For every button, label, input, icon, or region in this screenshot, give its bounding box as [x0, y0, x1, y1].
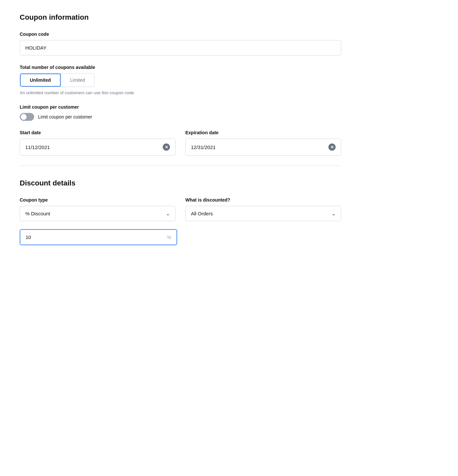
what-discounted-field: What is discounted? All Orders Specific … — [185, 197, 341, 221]
total-coupons-label: Total number of coupons available — [20, 65, 341, 70]
start-date-field: Start date ✕ — [20, 130, 176, 156]
limit-per-customer-field: Limit coupon per customer Limit coupon p… — [20, 104, 341, 121]
start-date-label: Start date — [20, 130, 176, 135]
date-row: Start date ✕ Expiration date ✕ — [20, 130, 341, 156]
what-discounted-label: What is discounted? — [185, 197, 341, 203]
limited-button[interactable]: Limited — [61, 74, 94, 87]
coupon-code-field: Coupon code — [20, 32, 341, 55]
start-date-clear-button[interactable]: ✕ — [163, 143, 170, 151]
start-date-input[interactable] — [25, 144, 163, 150]
limit-per-customer-label: Limit coupon per customer — [20, 104, 341, 110]
coupon-code-input[interactable] — [20, 40, 341, 55]
expiration-date-wrapper: ✕ — [185, 139, 341, 156]
coupon-type-select-wrapper: % Discount $ Discount Free Shipping ⌄ — [20, 206, 176, 221]
discount-value-field: % — [20, 229, 177, 245]
section-divider — [20, 165, 341, 166]
what-discounted-select[interactable]: All Orders Specific Products Specific Ca… — [186, 206, 341, 221]
start-date-wrapper: ✕ — [20, 139, 176, 156]
what-discounted-select-wrapper: All Orders Specific Products Specific Ca… — [185, 206, 341, 221]
coupon-type-select[interactable]: % Discount $ Discount Free Shipping — [20, 206, 175, 221]
expiration-date-input[interactable] — [191, 144, 328, 150]
coupon-information-section: Coupon information Coupon code Total num… — [20, 13, 341, 156]
unlimited-button[interactable]: Unlimited — [20, 74, 61, 87]
coupon-limit-hint: An unlimited number of customers can use… — [20, 90, 341, 95]
expiration-date-field: Expiration date ✕ — [185, 130, 341, 156]
limit-per-customer-toggle[interactable] — [20, 113, 34, 121]
expiration-date-label: Expiration date — [185, 130, 341, 135]
coupon-type-field: Coupon type % Discount $ Discount Free S… — [20, 197, 176, 221]
coupon-limit-toggle-group: Unlimited Limited — [20, 73, 94, 87]
discount-value-input[interactable] — [26, 234, 167, 240]
expiration-date-clear-button[interactable]: ✕ — [328, 143, 336, 151]
coupon-type-label: Coupon type — [20, 197, 176, 203]
total-coupons-field: Total number of coupons available Unlimi… — [20, 65, 341, 95]
coupon-code-label: Coupon code — [20, 32, 341, 37]
discount-details-section: Discount details Coupon type % Discount … — [20, 179, 341, 245]
discount-value-wrapper: % — [20, 229, 177, 245]
discount-type-row: Coupon type % Discount $ Discount Free S… — [20, 197, 341, 221]
coupon-info-title: Coupon information — [20, 13, 341, 22]
limit-per-customer-toggle-label: Limit coupon per customer — [38, 114, 92, 119]
discount-suffix-label: % — [167, 234, 171, 240]
limit-per-customer-row: Limit coupon per customer — [20, 113, 341, 121]
discount-details-title: Discount details — [20, 179, 341, 187]
